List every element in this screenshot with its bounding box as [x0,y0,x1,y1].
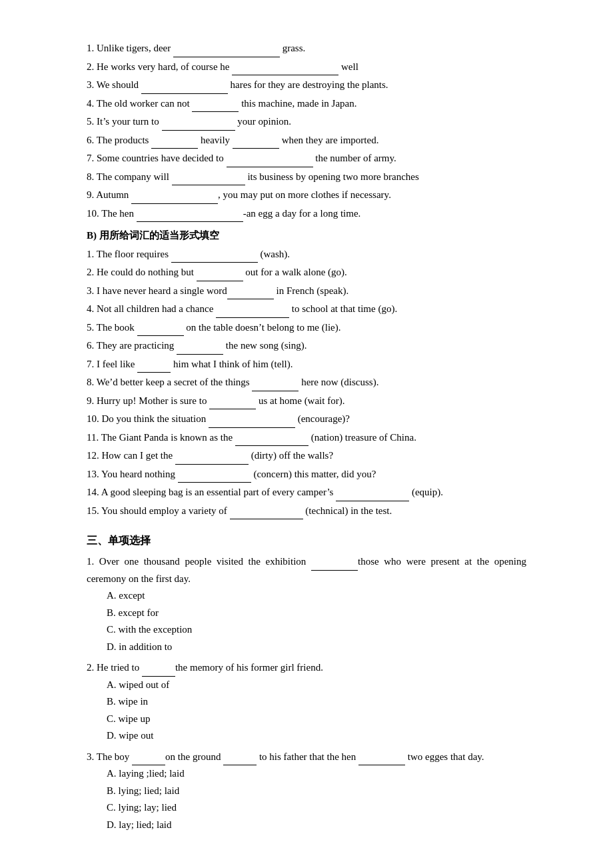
line-a7: 7. Some countries have decided to the nu… [87,150,526,167]
line-b8: 8. We’d better keep a secret of the thin… [87,374,526,391]
q2-text: 2. He tried to the memory of his former … [87,659,526,677]
blank-b14 [336,491,409,501]
q2-option-c: C. wipe up [107,711,526,728]
blank-q3a [132,755,165,765]
line-b6: 6. They are practicing the new song (sin… [87,337,526,355]
blank-a5 [162,120,235,131]
line-b11: 11. The Giant Panda is known as the (nat… [87,429,526,447]
blank-b9 [209,399,256,409]
q1-text: 1. Over one thousand people visited the … [87,553,526,587]
blank-b13 [178,472,251,483]
line-b9: 9. Hurry up! Mother is sure to us at hom… [87,393,526,410]
line-a1: 1. Unlike tigers, deer grass. [87,40,526,57]
blank-b11 [235,435,308,446]
line-b13: 13. You heard nothing (concern) this mat… [87,466,526,483]
blank-q1 [311,560,358,571]
line-b10: 10. Do you think the situation (encourag… [87,411,526,428]
blank-b2 [197,271,243,281]
line-b1: 1. The floor requires (wash). [87,246,526,263]
blank-b4 [216,307,289,318]
q1-option-d: D. in addition to [107,639,526,656]
q2-option-d: D. wipe out [107,727,526,745]
section-b-title: B) 用所给词汇的适当形式填空 [87,227,526,245]
blank-a10 [137,211,243,222]
q3-text: 3. The boy on the ground to his father t… [87,749,526,766]
question-1: 1. Over one thousand people visited the … [87,553,526,655]
blank-b10 [209,417,295,428]
line-a2: 2. He works very hard, of course he well [87,59,526,76]
blank-b15 [230,509,303,519]
blank-b7 [137,362,171,373]
blank-b12 [175,454,249,465]
q1-option-c: C. with the exception [107,621,526,639]
q3-option-d: D. lay; lied; laid [107,817,526,834]
blank-a9 [131,193,218,204]
blank-b1 [171,252,258,263]
line-b4: 4. Not all children had a chance to scho… [87,301,526,318]
blank-a6a [151,138,198,149]
blank-a6b [233,138,279,149]
blank-b5 [137,325,184,336]
line-a8: 8. The company will its business by open… [87,169,526,186]
q1-option-b: B. except for [107,605,526,622]
q3-option-b: B. lying; lied; laid [107,783,526,800]
q3-option-c: C. lying; lay; lied [107,799,526,817]
line-b14: 14. A good sleeping bag is an essential … [87,484,526,501]
q2-option-a: A. wiped out of [107,677,526,694]
line-a6: 6. The products heavily when they are im… [87,132,526,149]
line-a5: 5. It’s your turn to your opinion. [87,113,526,131]
blank-q3c [358,755,405,765]
line-a3: 3. We should hares for they are destroyi… [87,77,526,94]
blank-a8 [172,175,245,185]
section-3-title: 三、单项选择 [87,531,526,549]
q3-option-a: A. laying ;lied; laid [107,765,526,783]
q2-option-b: B. wipe in [107,693,526,711]
question-2: 2. He tried to the memory of his former … [87,659,526,745]
blank-q2 [142,666,175,677]
line-b3: 3. I have never heard a single word in F… [87,283,526,300]
line-b7: 7. I feel like him what I think of him (… [87,356,526,373]
blank-a4 [192,101,239,112]
line-a9: 9. Autumn , you may put on more clothes … [87,187,526,204]
line-a10: 10. The hen -an egg a day for a long tim… [87,205,526,223]
blank-a1 [173,47,280,57]
line-b2: 2. He could do nothing but out for a wal… [87,264,526,281]
q1-option-a: A. except [107,587,526,605]
blank-a7 [227,157,313,167]
section-a: 1. Unlike tigers, deer grass. 2. He work… [87,40,526,222]
blank-b3 [227,289,274,299]
section-3: 三、单项选择 1. Over one thousand people visit… [87,531,526,833]
blank-b6 [177,344,223,355]
line-a4: 4. The old worker can not this machine, … [87,95,526,113]
section-b: B) 用所给词汇的适当形式填空 1. The floor requires (w… [87,227,526,519]
question-3: 3. The boy on the ground to his father t… [87,749,526,834]
blank-a2 [232,65,338,75]
line-b5: 5. The book on the table doesn’t belong … [87,319,526,337]
line-b12: 12. How can I get the (dirty) off the wa… [87,447,526,465]
blank-q3b [223,755,257,765]
blank-a3 [141,83,228,94]
blank-b8 [252,381,299,391]
line-b15: 15. You should employ a variety of (tech… [87,503,526,520]
